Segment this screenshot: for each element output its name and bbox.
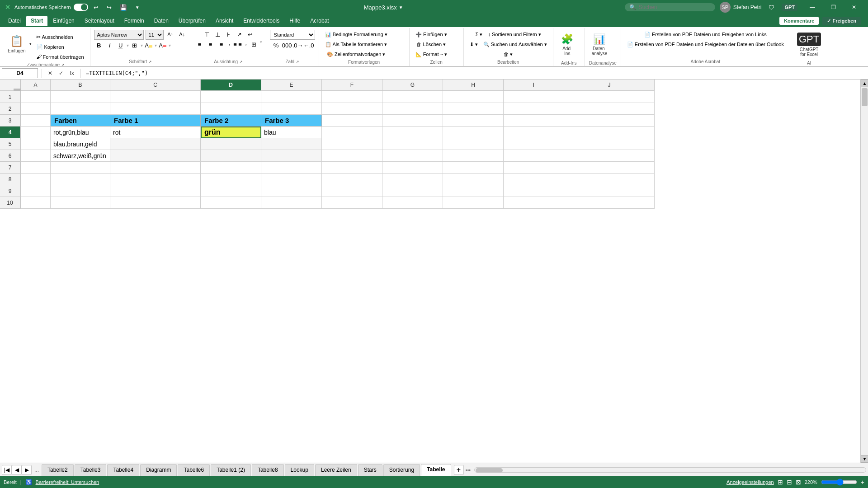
cell-F5[interactable] (322, 138, 382, 150)
cell-H4[interactable] (443, 127, 504, 138)
cell-B8[interactable] (51, 174, 110, 185)
fill-color-button[interactable]: A▬ (144, 41, 154, 50)
page-break-button[interactable]: ⊠ (796, 479, 801, 486)
summe-button[interactable]: Σ ▾ (473, 30, 485, 39)
cell-A10[interactable] (21, 197, 51, 209)
cell-D3[interactable]: Farbe 2 (201, 115, 261, 127)
cell-C9[interactable] (110, 185, 201, 197)
customize-button[interactable]: ▼ (132, 4, 142, 11)
cell-H8[interactable] (443, 174, 504, 185)
add-sheet-button[interactable]: + (454, 465, 464, 475)
cell-I10[interactable] (504, 197, 564, 209)
number-format-select[interactable]: Standard Zahl Währung (270, 30, 315, 40)
cell-C4[interactable]: rot (110, 127, 201, 138)
cell-C2[interactable] (110, 103, 201, 115)
cell-H1[interactable] (443, 91, 504, 103)
row-header-7[interactable]: 7 (0, 162, 21, 174)
cell-D7[interactable] (201, 162, 261, 174)
cell-B2[interactable] (51, 103, 110, 115)
col-header-E[interactable]: E (261, 80, 322, 91)
cell-G10[interactable] (382, 197, 443, 209)
sheet-tab-tabelle6[interactable]: Tabelle6 (178, 464, 210, 476)
sheet-nav-first[interactable]: |◀ (2, 465, 12, 475)
cell-C3[interactable]: Farbe 1 (110, 115, 201, 127)
row-header-10[interactable]: 10 (0, 197, 21, 209)
cell-J3[interactable] (564, 115, 655, 127)
decrease-font-button[interactable]: A↓ (177, 30, 187, 39)
datenanalyse-button[interactable]: 📊 Daten-analyse (589, 30, 610, 60)
h-scroll-thumb[interactable] (476, 468, 503, 473)
cell-H7[interactable] (443, 162, 504, 174)
accessibility-text[interactable]: Barrierefreiheit: Untersuchen (36, 479, 99, 485)
scroll-up-button[interactable]: ▲ (861, 80, 868, 87)
cell-D1[interactable] (201, 91, 261, 103)
cell-J7[interactable] (564, 162, 655, 174)
search-input[interactable] (639, 4, 702, 10)
cell-I2[interactable] (504, 103, 564, 115)
cell-D9[interactable] (201, 185, 261, 197)
align-bottom-button[interactable]: ⊦ (223, 30, 233, 39)
font-size-select[interactable]: 11 (146, 30, 164, 40)
cell-J6[interactable] (564, 150, 655, 162)
cell-C8[interactable] (110, 174, 201, 185)
cell-H6[interactable] (443, 150, 504, 162)
fuellung-button[interactable]: ⬇ ▾ (467, 40, 480, 49)
sheet-tab-leere-zeilen[interactable]: Leere Zeilen (315, 464, 357, 476)
cell-E1[interactable] (261, 91, 322, 103)
cell-E8[interactable] (261, 174, 322, 185)
font-color-button[interactable]: A▬ (158, 41, 168, 50)
tab-ansicht[interactable]: Ansicht (211, 16, 238, 26)
vertical-scrollbar[interactable]: ▲ ▼ (860, 80, 868, 463)
cell-E7[interactable] (261, 162, 322, 174)
restore-button[interactable]: ❐ (823, 0, 844, 14)
view-settings-text[interactable]: Anzeigeeinstellungen (726, 479, 774, 485)
erstellen-pdf2-button[interactable]: 📄 Erstellen von PDF-Dateien und Freigebe… (625, 40, 786, 49)
cell-H2[interactable] (443, 103, 504, 115)
shield-icon[interactable]: 🛡 (766, 3, 777, 12)
sheet-nav-prev[interactable]: ◀ (12, 465, 22, 475)
cell-F7[interactable] (322, 162, 382, 174)
cell-I6[interactable] (504, 150, 564, 162)
cell-E9[interactable] (261, 185, 322, 197)
sheet-tab-tabelle[interactable]: Tabelle (421, 464, 451, 476)
cell-A2[interactable] (21, 103, 51, 115)
cell-D8[interactable] (201, 174, 261, 185)
cell-F8[interactable] (322, 174, 382, 185)
cell-I5[interactable] (504, 138, 564, 150)
cell-B6[interactable]: schwarz,weiß,grün (51, 150, 110, 162)
cell-F3[interactable] (322, 115, 382, 127)
tab-acrobat[interactable]: Acrobat (306, 16, 333, 26)
erstellen-pdf-button[interactable]: 📄 Erstellen von PDF-Dateien und Freigebe… (642, 30, 769, 39)
cell-A4[interactable] (21, 127, 51, 138)
cell-G6[interactable] (382, 150, 443, 162)
cell-H9[interactable] (443, 185, 504, 197)
row-header-9[interactable]: 9 (0, 185, 21, 197)
cell-D10[interactable] (201, 197, 261, 209)
suchen-button[interactable]: 🔍 Suchen und Auswählen ▾ (481, 40, 549, 49)
cell-J1[interactable] (564, 91, 655, 103)
tab-hilfe[interactable]: Hilfe (285, 16, 305, 26)
col-header-I[interactable]: I (504, 80, 564, 91)
cell-G2[interactable] (382, 103, 443, 115)
tab-seitenlayout[interactable]: Seitenlayout (80, 16, 119, 26)
cell-J8[interactable] (564, 174, 655, 185)
loeschen-button[interactable]: 🗑 Löschen ▾ (414, 40, 448, 49)
cell-C1[interactable] (110, 91, 201, 103)
tab-formeln[interactable]: Formeln (120, 16, 149, 26)
percent-button[interactable]: % (271, 41, 281, 50)
decrease-decimal-button[interactable]: ←.0 (304, 41, 314, 50)
sheet-tab-tabelle3[interactable]: Tabelle3 (75, 464, 107, 476)
formula-input[interactable] (84, 68, 866, 78)
einfuegen-button[interactable]: 📋 Einfügen (5, 30, 28, 58)
loeschen-bearbeiten-button[interactable]: 🗑 ▾ (501, 50, 515, 59)
format-uebertragen-button[interactable]: 🖌 Format übertragen (34, 52, 86, 61)
cell-A5[interactable] (21, 138, 51, 150)
cell-B7[interactable] (51, 162, 110, 174)
cell-I7[interactable] (504, 162, 564, 174)
cell-D4[interactable]: grün ✛ (201, 127, 261, 138)
row-header-5[interactable]: 5 (0, 138, 21, 150)
col-header-H[interactable]: H (443, 80, 504, 91)
sheet-tab-lookup[interactable]: Lookup (285, 464, 314, 476)
cell-F6[interactable] (322, 150, 382, 162)
cell-G4[interactable] (382, 127, 443, 138)
